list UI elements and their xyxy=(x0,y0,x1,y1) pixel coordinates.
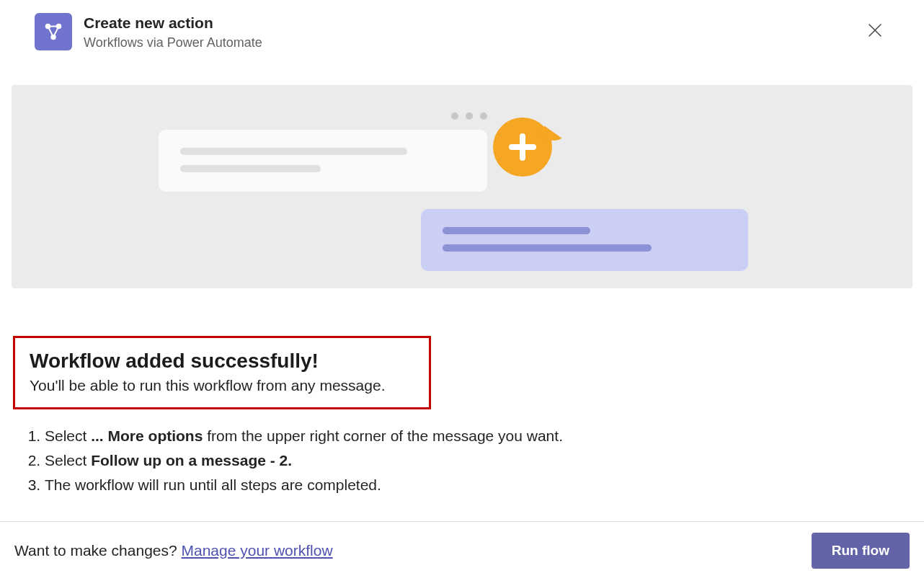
step-2: Select Follow up on a message - 2. xyxy=(45,448,911,473)
dialog-subtitle: Workflows via Power Automate xyxy=(84,34,850,52)
dialog-header: Create new action Workflows via Power Au… xyxy=(0,0,924,65)
workflows-app-icon xyxy=(35,13,72,50)
hero-illustration xyxy=(12,85,912,288)
plus-badge-icon xyxy=(493,117,552,177)
success-title: Workflow added successfully! xyxy=(30,350,414,373)
dialog-footer: Want to make changes? Manage your workfl… xyxy=(0,521,924,586)
close-button[interactable] xyxy=(862,17,888,46)
illustration-reply-card xyxy=(421,209,748,271)
success-highlight-box: Workflow added successfully! You'll be a… xyxy=(13,336,431,409)
instruction-steps: Select ... More options from the upper r… xyxy=(13,424,911,497)
dialog-content: Workflow added successfully! You'll be a… xyxy=(0,288,924,497)
run-flow-button[interactable]: Run flow xyxy=(812,533,910,569)
close-icon xyxy=(868,23,882,37)
step-bold: Follow up on a message - 2. xyxy=(91,452,292,469)
step-bold: ... More options xyxy=(91,427,203,444)
step-3: The workflow will run until all steps ar… xyxy=(45,473,911,497)
step-text: from the upper right corner of the messa… xyxy=(203,427,563,444)
success-subtitle: You'll be able to run this workflow from… xyxy=(30,377,414,394)
dialog-title: Create new action xyxy=(84,13,850,32)
header-text-group: Create new action Workflows via Power Au… xyxy=(84,13,850,52)
step-text: Select xyxy=(45,427,91,444)
step-1: Select ... More options from the upper r… xyxy=(45,424,911,448)
ellipsis-decoration xyxy=(451,112,487,120)
manage-workflow-link[interactable]: Manage your workflow xyxy=(182,542,333,559)
illustration-message-card xyxy=(159,130,487,192)
footer-prompt-text: Want to make changes? xyxy=(14,542,182,559)
step-text: Select xyxy=(45,452,91,469)
footer-prompt: Want to make changes? Manage your workfl… xyxy=(14,542,333,559)
